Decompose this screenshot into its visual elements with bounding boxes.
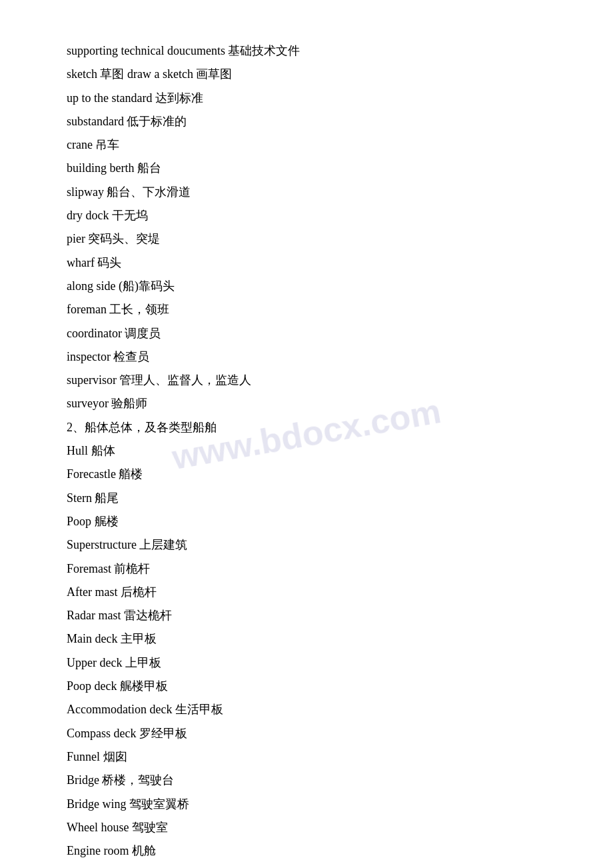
text-line: Poop 艉楼 [67, 511, 546, 533]
text-line: building berth 船台 [67, 157, 546, 179]
text-line: Compass deck 罗经甲板 [67, 723, 546, 745]
text-line: Superstructure 上层建筑 [67, 534, 546, 556]
text-line: Stern 船尾 [67, 487, 546, 509]
text-line: Poop deck 艉楼甲板 [67, 675, 546, 697]
text-line: wharf 码头 [67, 252, 546, 274]
text-line: Foremast 前桅杆 [67, 558, 546, 580]
text-line: Radar mast 雷达桅杆 [67, 605, 546, 627]
text-line: supporting technical doucuments 基础技术文件 [67, 40, 546, 62]
text-line: dry dock 干无坞 [67, 205, 546, 227]
main-content: supporting technical doucuments 基础技术文件sk… [67, 40, 546, 862]
text-line: Main deck 主甲板 [67, 628, 546, 650]
text-line: Funnel 烟囱 [67, 746, 546, 768]
text-line: surveyor 验船师 [67, 393, 546, 415]
text-line: Upper deck 上甲板 [67, 652, 546, 674]
text-line: slipway 船台、下水滑道 [67, 181, 546, 203]
text-line: 2、船体总体，及各类型船舶 [67, 417, 546, 439]
text-line: crane 吊车 [67, 134, 546, 156]
text-line: After mast 后桅杆 [67, 581, 546, 603]
text-line: pier 突码头、突堤 [67, 228, 546, 250]
text-line: up to the standard 达到标准 [67, 87, 546, 109]
text-line: Bridge wing 驾驶室翼桥 [67, 793, 546, 815]
text-line: Hull 船体 [67, 440, 546, 462]
text-line: sketch 草图 draw a sketch 画草图 [67, 63, 546, 85]
text-line: Forecastle 艏楼 [67, 463, 546, 485]
text-line: Bridge 桥楼，驾驶台 [67, 769, 546, 791]
text-line: foreman 工长，领班 [67, 299, 546, 321]
text-line: inspector 检查员 [67, 346, 546, 368]
text-line: Engine room 机舱 [67, 840, 546, 862]
text-line: supervisor 管理人、监督人，监造人 [67, 369, 546, 391]
text-line: along side (船)靠码头 [67, 275, 546, 297]
text-line: coordinator 调度员 [67, 323, 546, 345]
text-line: Accommodation deck 生活甲板 [67, 699, 546, 721]
text-line: substandard 低于标准的 [67, 111, 546, 133]
text-line: Wheel house 驾驶室 [67, 817, 546, 839]
